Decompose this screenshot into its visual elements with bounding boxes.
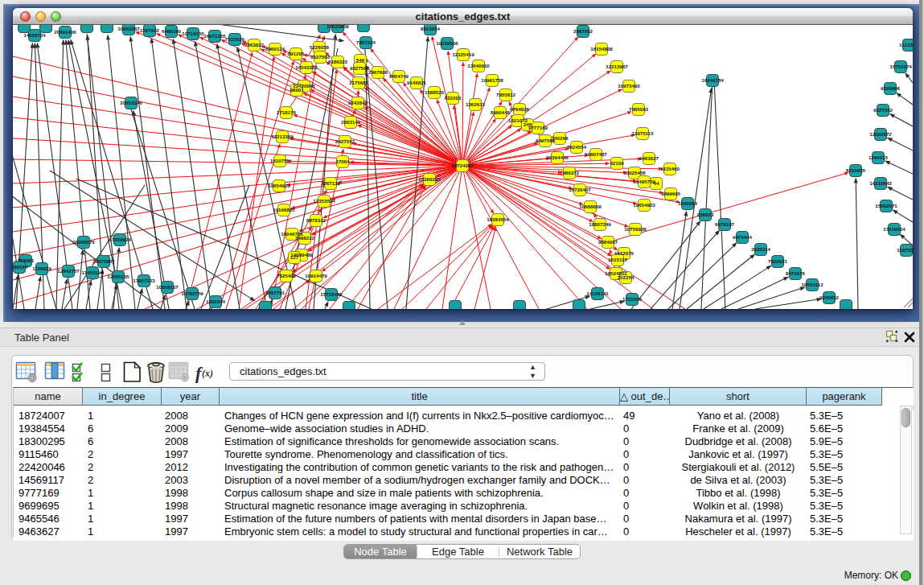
svg-text:546: 546 — [356, 57, 365, 63]
svg-text:252254: 252254 — [618, 274, 634, 280]
svg-text:19218506: 19218506 — [436, 40, 458, 46]
svg-text:8471676: 8471676 — [786, 270, 806, 276]
svg-text:15692971: 15692971 — [875, 203, 897, 208]
svg-text:19654923: 19654923 — [633, 202, 655, 208]
svg-text:9899695: 9899695 — [661, 191, 681, 196]
svg-text:1156829: 1156829 — [32, 266, 51, 271]
svg-text:16648784: 16648784 — [701, 77, 724, 83]
svg-text:17957223: 17957223 — [133, 278, 155, 283]
svg-text:12213369: 12213369 — [271, 134, 294, 139]
svg-text:7857224: 7857224 — [356, 39, 376, 45]
svg-text:7625402: 7625402 — [277, 273, 297, 278]
svg-text:19384554: 19384554 — [487, 216, 509, 222]
svg-text:1588520: 1588520 — [425, 89, 445, 95]
svg-text:891295: 891295 — [288, 51, 305, 56]
svg-text:16782759: 16782759 — [181, 290, 203, 296]
svg-text:9245652: 9245652 — [819, 295, 840, 300]
svg-text:7986372: 7986372 — [560, 170, 580, 175]
svg-text:7485063: 7485063 — [629, 106, 649, 112]
svg-text:10653267: 10653267 — [117, 26, 140, 31]
svg-text:939154: 939154 — [13, 264, 28, 270]
svg-text:3175685: 3175685 — [349, 80, 369, 85]
svg-text:2803144: 2803144 — [341, 119, 361, 125]
svg-text:9329966: 9329966 — [881, 85, 901, 91]
svg-text:16671355: 16671355 — [203, 33, 226, 39]
svg-text:10025458: 10025458 — [623, 170, 646, 175]
svg-text:20364436: 20364436 — [546, 154, 569, 160]
svg-text:9327503: 9327503 — [310, 54, 331, 60]
svg-text:1292344: 1292344 — [206, 299, 226, 304]
svg-text:26206576: 26206576 — [72, 239, 95, 245]
svg-text:3624554: 3624554 — [567, 144, 587, 150]
svg-text:127: 127 — [290, 254, 299, 260]
svg-text:1640954: 1640954 — [678, 200, 698, 206]
svg-text:7663822: 7663822 — [244, 42, 265, 47]
svg-text:9115460: 9115460 — [660, 166, 680, 171]
svg-text:16914479: 16914479 — [305, 273, 327, 278]
svg-text:18300295: 18300295 — [418, 176, 441, 182]
svg-text:10654112: 10654112 — [801, 282, 823, 287]
svg-text:1615112: 1615112 — [608, 257, 627, 262]
svg-text:10961758: 10961758 — [481, 77, 503, 83]
svg-text:18724007: 18724007 — [451, 163, 474, 168]
svg-text:6794028: 6794028 — [510, 106, 530, 112]
svg-text:10807487: 10807487 — [585, 151, 607, 157]
svg-text:16033809: 16033809 — [326, 25, 349, 29]
svg-text:9457791: 9457791 — [265, 290, 285, 295]
svg-text:1167533: 1167533 — [897, 247, 913, 253]
svg-text:12505135: 12505135 — [107, 274, 129, 279]
svg-text:1244415: 1244415 — [869, 154, 889, 160]
svg-text:2967608: 2967608 — [368, 69, 388, 75]
svg-text:1362615: 1362615 — [466, 101, 486, 107]
svg-text:8960124: 8960124 — [265, 46, 285, 51]
svg-text:1610755: 1610755 — [270, 158, 290, 163]
svg-text:12975115: 12975115 — [631, 130, 654, 136]
svg-text:12353594: 12353594 — [313, 198, 335, 204]
svg-text:16154808: 16154808 — [590, 46, 613, 51]
svg-text:9227342: 9227342 — [873, 107, 893, 113]
svg-text:10756928: 10756928 — [624, 226, 647, 232]
svg-text:12942757: 12942757 — [57, 268, 80, 274]
svg-text:3498222: 3498222 — [295, 235, 315, 241]
svg-text:8186323: 8186323 — [328, 59, 348, 64]
svg-text:14055724: 14055724 — [23, 32, 46, 38]
svg-text:(x): (x) — [202, 368, 213, 379]
svg-text:7515526: 7515526 — [225, 36, 245, 42]
svg-text:938923: 938923 — [697, 212, 714, 217]
svg-text:17359924: 17359924 — [109, 237, 131, 242]
svg-text:746266: 746266 — [552, 135, 569, 141]
svg-text:19654925: 19654925 — [268, 183, 290, 188]
svg-text:20691406: 20691406 — [54, 29, 76, 35]
svg-text:753061: 753061 — [18, 257, 35, 263]
svg-text:2935114: 2935114 — [751, 246, 770, 252]
svg-text:9463627: 9463627 — [639, 155, 659, 161]
svg-text:9242848: 9242848 — [348, 100, 368, 105]
svg-text:17016504: 17016504 — [883, 226, 906, 232]
svg-text:7955812: 7955812 — [496, 92, 516, 97]
svg-text:1112384: 1112384 — [899, 42, 913, 47]
svg-text:44: 44 — [654, 180, 659, 186]
svg-text:13640910: 13640910 — [467, 63, 490, 68]
svg-text:19166825: 19166825 — [273, 207, 295, 212]
svg-text:8878332: 8878332 — [306, 217, 326, 223]
svg-text:14136141: 14136141 — [586, 290, 609, 296]
svg-text:10719155: 10719155 — [182, 31, 204, 36]
svg-text:1733426: 1733426 — [622, 296, 643, 302]
svg-text:9327508: 9327508 — [350, 65, 370, 71]
svg-text:17004: 17004 — [335, 159, 350, 164]
svg-text:16543382: 16543382 — [295, 64, 318, 70]
svg-text:9146821: 9146821 — [407, 80, 427, 85]
svg-text:12093872: 12093872 — [869, 131, 892, 137]
svg-text:7632621: 7632621 — [768, 258, 788, 264]
svg-text:11451194: 11451194 — [82, 270, 104, 275]
svg-text:12213967: 12213967 — [606, 64, 628, 69]
svg-text:8454749: 8454749 — [389, 73, 409, 79]
svg-text:16495759: 16495759 — [633, 179, 655, 184]
svg-text:3267130: 3267130 — [321, 180, 341, 186]
svg-text:832203: 832203 — [445, 95, 462, 101]
svg-text:9777169: 9777169 — [528, 125, 548, 130]
svg-text:8813054: 8813054 — [421, 26, 441, 31]
svg-text:62100: 62100 — [610, 160, 624, 166]
svg-text:6679197: 6679197 — [715, 221, 735, 227]
svg-text:8990448: 8990448 — [491, 109, 511, 115]
